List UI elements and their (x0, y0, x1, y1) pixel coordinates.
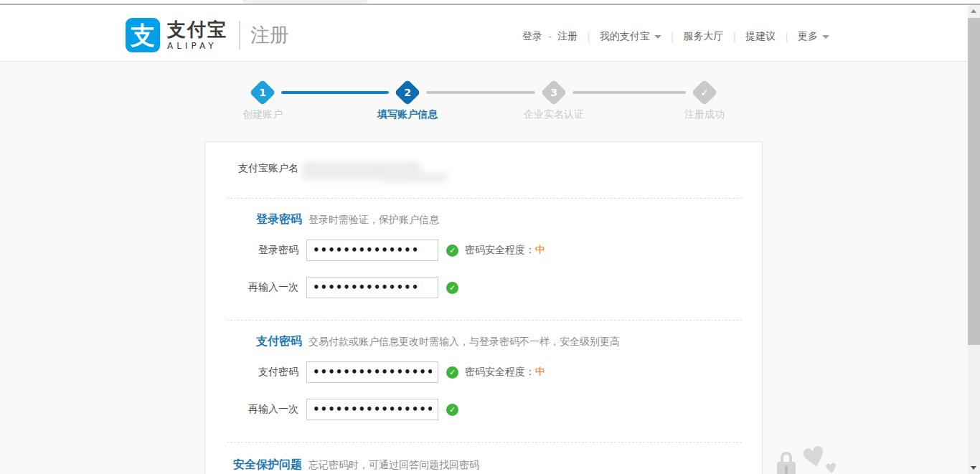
pay-password-input[interactable] (306, 361, 438, 383)
nav-separator: | (785, 31, 788, 42)
scrollbar-thumb[interactable] (968, 18, 980, 345)
step-2-number: 2 (398, 83, 417, 102)
step-4-marker: ✓ (692, 80, 718, 106)
pay-password-confirm-input[interactable] (306, 399, 438, 420)
password-strength-label: 密码安全程度： (465, 244, 535, 255)
brand-names: 支付宝 ALIPAY (167, 20, 227, 51)
nav-service-hall-link[interactable]: 服务大厅 (684, 30, 724, 43)
nav-login-link[interactable]: 登录 (522, 30, 542, 43)
check-icon: ✓ (446, 366, 458, 379)
nav-more-link[interactable]: 更多 (798, 30, 829, 43)
step-1-number: 1 (253, 83, 272, 102)
password-strength-value: 中 (535, 366, 545, 377)
step-connector (426, 91, 535, 94)
step-1-label: 创建账户 (242, 108, 283, 121)
login-password-input[interactable] (306, 240, 438, 261)
security-question-section-title: 安全保护问题 (205, 458, 302, 473)
section-divider (227, 198, 742, 199)
login-password-label: 登录密码 (205, 244, 298, 257)
nav-my-alipay-link[interactable]: 我的支付宝 (600, 30, 661, 43)
nav-separator: | (671, 31, 674, 42)
lock-keyhole (785, 465, 788, 474)
check-icon: ✓ (446, 282, 458, 294)
nav-separator: | (587, 31, 590, 42)
pay-password-section-desc: 交易付款或账户信息更改时需输入，与登录密码不一样，安全级别更高 (308, 336, 620, 349)
nav-register-link[interactable]: 注册 (557, 30, 578, 43)
nav-more-label: 更多 (798, 30, 818, 42)
login-password-row: 登录密码 ✓ 密码安全程度：中 (205, 240, 545, 261)
security-question-section-header: 安全保护问题 忘记密码时，可通过回答问题找回密码 (205, 458, 479, 473)
check-icon: ✓ (446, 404, 458, 416)
password-strength-text: 密码安全程度：中 (465, 244, 545, 257)
step-3-marker: 3 (541, 80, 567, 106)
brand-name-en: ALIPAY (167, 41, 227, 51)
registration-form-card: 支付宝账户名 登录密码 登录时需验证，保护账户信息 登录密码 ✓ 密码安全程度：… (204, 141, 763, 474)
step-connector-active (281, 91, 389, 94)
password-strength-value: 中 (535, 244, 545, 255)
login-password-confirm-label: 再输入一次 (205, 281, 298, 294)
section-divider (227, 442, 742, 442)
heart-icon: ♥ (824, 460, 839, 474)
chevron-down-icon (654, 35, 661, 39)
chevron-down-icon (822, 35, 829, 39)
check-icon: ✓ (446, 245, 458, 257)
section-divider (227, 320, 742, 321)
page-header: 支 支付宝 ALIPAY 注册 登录 - 注册 | 我的支付宝 | 服务大厅 |… (0, 5, 980, 62)
security-question-section-desc: 忘记密码时，可通过回答问题找回密码 (308, 459, 479, 472)
lock-icon (777, 452, 796, 474)
step-1-marker: 1 (250, 80, 276, 106)
nav-separator: | (733, 31, 737, 42)
password-strength-text: 密码安全程度：中 (465, 366, 545, 379)
lock-body (777, 462, 796, 474)
pay-password-confirm-label: 再输入一次 (205, 403, 298, 416)
step-4-label: 注册成功 (684, 108, 725, 121)
vertical-scrollbar[interactable] (968, 5, 980, 474)
step-connector (573, 91, 686, 94)
account-name-label: 支付宝账户名 (205, 162, 298, 175)
top-nav: 登录 - 注册 | 我的支付宝 | 服务大厅 | 提建议 | 更多 (522, 30, 829, 43)
pay-password-section-title: 支付密码 (205, 334, 302, 349)
step-2-label: 填写账户信息 (377, 108, 438, 121)
login-password-section-desc: 登录时需验证，保护账户信息 (308, 214, 439, 227)
brand-name-cn: 支付宝 (167, 20, 227, 39)
scrollbar-up-arrow-icon[interactable] (968, 5, 980, 17)
scrollbar-down-arrow-icon[interactable] (968, 462, 980, 473)
nav-my-alipay-label: 我的支付宝 (600, 30, 650, 42)
pay-password-confirm-row: 再输入一次 ✓ (205, 399, 458, 420)
step-4-check-icon: ✓ (695, 83, 714, 102)
step-3-label: 企业实名认证 (524, 108, 584, 121)
page-title: 注册 (250, 22, 289, 48)
pay-password-row: 支付密码 ✓ 密码安全程度：中 (205, 361, 545, 383)
pay-password-label: 支付密码 (205, 366, 298, 379)
pay-password-section-header: 支付密码 交易付款或账户信息更改时需输入，与登录密码不一样，安全级别更高 (205, 334, 620, 349)
account-name-row: 支付宝账户名 (205, 162, 298, 175)
brand-divider (239, 21, 240, 49)
brand-block: 支 支付宝 ALIPAY 注册 (126, 18, 289, 52)
login-password-confirm-row: 再输入一次 ✓ (205, 277, 458, 298)
alipay-logo-icon[interactable]: 支 (126, 18, 160, 52)
nav-dash: - (548, 31, 552, 42)
lock-shackle (781, 452, 792, 463)
login-password-section-title: 登录密码 (205, 212, 302, 227)
password-strength-label: 密码安全程度： (465, 366, 535, 377)
step-3-number: 3 (545, 83, 563, 102)
step-2-marker: 2 (395, 80, 421, 106)
login-password-section-header: 登录密码 登录时需验证，保护账户信息 (205, 212, 439, 227)
account-name-redacted (385, 172, 449, 182)
login-password-confirm-input[interactable] (306, 277, 438, 298)
nav-suggestion-link[interactable]: 提建议 (745, 30, 776, 43)
